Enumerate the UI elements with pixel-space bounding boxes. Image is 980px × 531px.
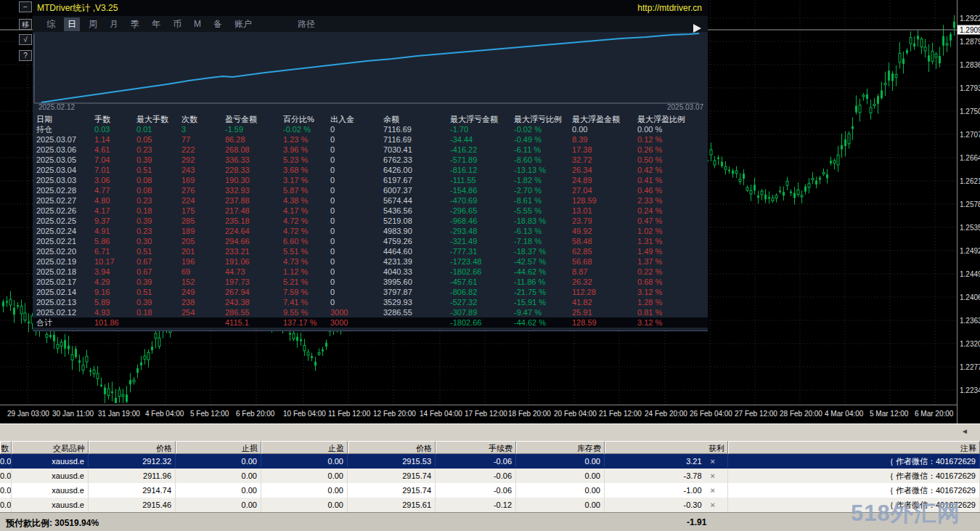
stats-cell: 3.12 % [637,317,708,328]
stats-cell: 0.68 % [637,277,708,287]
stats-cell: -7.18 % [514,236,572,246]
price-axis[interactable]: 1.29221.28791.28361.27931.27501.27071.26… [957,0,980,423]
play-arrow-icon[interactable] [693,24,701,33]
stats-cell: 日期 [36,114,94,124]
menu-item-path[interactable]: 路径 [294,17,319,31]
stats-cell: 6197.67 [383,175,450,185]
price-tick-label: 1.2578 [960,200,980,208]
help-button[interactable]: ? [19,50,32,61]
menu-item-年[interactable]: 年 [148,17,164,31]
stats-cell: 4983.90 [383,226,450,236]
stats-cell: 17.38 [572,145,637,155]
stats-cell: -470.69 [450,195,514,206]
stats-cell: 3000 [330,307,383,317]
stats-cell: 0.39 [136,297,181,307]
positions-header-数[interactable]: 数 [0,441,12,454]
close-position-icon[interactable]: × [711,500,715,509]
positions-header-手续费[interactable]: 手续费 [436,441,516,454]
time-tick-label: 11 Feb 12:00 [328,410,370,418]
stats-cell: 2025.02.20 [36,246,94,256]
stats-cell: 5219.08 [383,216,450,226]
positions-header-止损[interactable]: 止损 [176,441,261,454]
menu-item-备[interactable]: 备 [210,17,226,31]
stats-url-link[interactable]: http://mtdriver.cn [637,3,702,13]
positions-header-注释[interactable]: 注释 [728,441,980,454]
stats-cell: -816.12 [450,165,514,175]
menu-item-账户[interactable]: 账户 [231,17,256,31]
stats-cell: 0 [330,185,383,195]
close-position-icon[interactable]: × [711,486,715,495]
mtdriver-stats-panel: MTDriver统计 ,V3.25 http://mtdriver.cn 综日周… [33,0,708,331]
stats-cell: 2025.03.06 [36,145,94,155]
position-cell: xauusd.e [12,454,89,469]
close-position-icon[interactable]: × [711,471,715,480]
equity-end-date: 2025.03.07 [667,103,703,111]
position-cell: 0.00 [516,498,605,512]
stats-cell: 4231.39 [383,256,450,267]
position-cell: 0.02 [0,498,12,512]
stats-data-row: 2025.02.215.860.30205294.666.60 %04759.2… [33,236,708,246]
stats-cell: 百分比% [283,114,330,124]
menu-item-M[interactable]: M [190,18,205,30]
time-tick-label: 20 Feb 04:00 [554,410,597,418]
stats-cell: 56.68 [572,256,637,267]
price-tick-label: 1.2879 [960,38,980,46]
time-tick-label: 17 Feb 12:00 [465,410,507,418]
stats-cell: -296.65 [450,206,514,216]
total-profit-value: -1.91 [687,517,706,527]
positions-header-交易品种[interactable]: 交易品种 [12,441,89,454]
stats-cell: 0.39 [136,155,181,165]
positions-header-价格[interactable]: 价格 [89,441,176,454]
menu-item-综[interactable]: 综 [43,17,59,31]
stats-cell: 25.91 [572,307,637,317]
positions-header-row: 数交易品种价格止损止盈价格手续费库存费获利注释 [0,441,980,454]
menu-item-日[interactable]: 日 [64,17,80,31]
check-button[interactable]: √ [19,34,32,45]
position-cell: xauusd.e [12,498,89,512]
stats-cell: 26.34 [572,165,637,175]
time-axis[interactable]: 29 Jan 03:0030 Jan 11:0031 Jan 19:004 Fe… [0,405,957,424]
stats-cell: 6007.37 [383,185,450,195]
move-button[interactable]: 移 [19,19,32,30]
stats-cell: 0 [330,267,383,277]
menu-item-周[interactable]: 周 [85,17,101,31]
stats-cell: -0.49 % [514,134,572,145]
stats-data-row: 2025.02.264.170.18175217.484.17 %05436.5… [33,206,708,216]
stats-cell: 4.38 % [283,195,330,206]
positions-header-获利[interactable]: 获利 [605,441,728,454]
positions-header-库存费[interactable]: 库存费 [516,441,605,454]
stats-cell: 4.91 [94,226,136,236]
positions-header-止盈[interactable]: 止盈 [261,441,348,454]
menu-item-月[interactable]: 月 [106,17,122,31]
stats-data-row: 2025.03.033.060.08169190.303.17 %06197.6… [33,175,708,185]
position-row[interactable]: 0.01xauusd.e2911.960.000.002915.74-0.060… [0,469,980,483]
scroll-left-icon[interactable]: ◄ [961,427,968,435]
stats-cell: 0.51 [136,165,181,175]
time-tick-label: 18 Feb 20:00 [508,410,551,418]
menu-item-季[interactable]: 季 [127,17,143,31]
price-tick-label: 1.2793 [960,84,980,92]
position-row[interactable]: 0.01xauusd.e2914.740.000.002915.74-0.060… [0,483,980,498]
stats-cell: -44.62 % [514,317,572,328]
stats-cell: 3286.55 [383,307,450,317]
menu-item-币[interactable]: 币 [169,17,185,31]
stats-cell: 0.03 [94,124,136,134]
positions-header-价格[interactable]: 价格 [348,441,436,454]
position-cell: -0.06 [436,454,516,469]
close-position-icon[interactable]: × [711,457,715,466]
position-row[interactable]: 0.01xauusd.e2912.320.000.002915.53-0.060… [0,454,980,469]
profit-value: -3.78 [683,471,701,480]
stats-cell: 336.33 [225,155,283,165]
stats-cell: 224.64 [225,226,283,236]
stats-cell: 3797.87 [383,287,450,297]
time-tick-label: 4 Feb 04:00 [145,410,184,418]
position-row[interactable]: 0.02xauusd.e2915.460.000.002915.61-0.120… [0,498,980,512]
stats-header-row: 日期手数最大手数次数盈亏金额百分比%出入金余额最大浮亏金额最大浮亏比例最大浮盈金… [33,114,708,124]
stats-cell: 254 [181,307,225,317]
comment-cell: ｛ 作者微信：401672629 [728,483,980,498]
watermark-518waihui: 518外汇网 [851,498,960,529]
position-cell: -0.12 [436,498,516,512]
minimize-button[interactable]: − [19,1,32,12]
stats-data-row: 2025.03.064.610.23222268.083.96 %07030.4… [33,145,708,155]
stats-titlebar[interactable]: MTDriver统计 ,V3.25 http://mtdriver.cn [33,0,708,16]
